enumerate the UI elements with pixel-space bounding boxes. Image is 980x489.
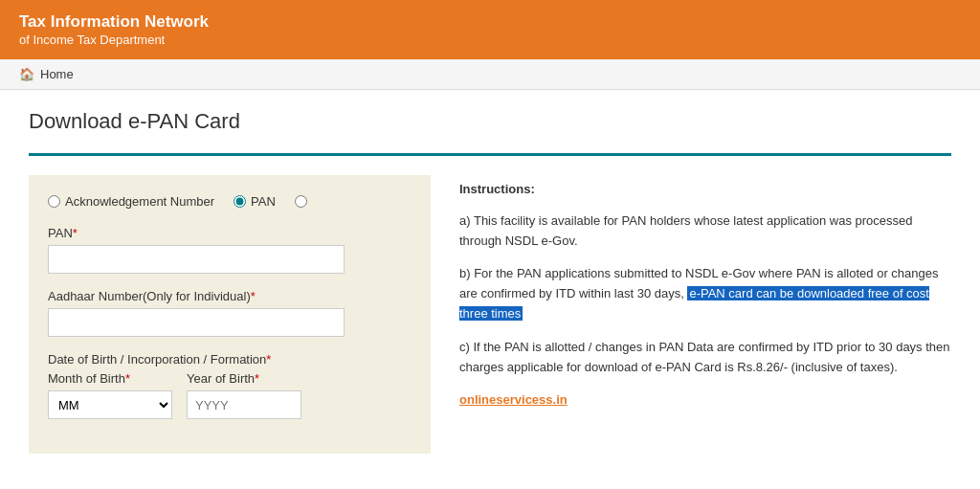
form-panel: Acknowledgement Number PAN PAN* — [29, 175, 431, 454]
external-link-container: onlineservicess.in — [459, 390, 951, 411]
dob-row: Month of Birth* MM 01 - January 02 - Feb… — [48, 371, 412, 419]
navbar: 🏠 Home — [0, 59, 980, 90]
content-layout: Acknowledgement Number PAN PAN* — [29, 175, 951, 454]
dob-section: Date of Birth / Incorporation / Formatio… — [48, 352, 412, 419]
month-field: Month of Birth* MM 01 - January 02 - Feb… — [48, 371, 172, 419]
page-title: Download e-PAN Card — [29, 109, 951, 134]
aadhaar-field-group: Aadhaar Number(Only for Individual)* — [48, 289, 412, 337]
aadhaar-input[interactable] — [48, 308, 345, 337]
year-input[interactable] — [187, 390, 301, 419]
pan-input[interactable] — [48, 245, 345, 274]
site-title-line1: Tax Information Network — [19, 11, 209, 33]
instructions-panel: Instructions: a) This facility is availa… — [459, 175, 951, 454]
instruction-b: b) For the PAN applications submitted to… — [459, 264, 951, 323]
pan-field-group: PAN* — [48, 226, 412, 274]
radio-acknowledgement-label: Acknowledgement Number — [65, 194, 214, 209]
external-link[interactable]: onlineservicess.in — [459, 392, 568, 407]
month-select[interactable]: MM 01 - January 02 - February 03 - March… — [48, 390, 172, 419]
dob-section-label: Date of Birth / Incorporation / Formatio… — [48, 352, 412, 367]
site-header: Tax Information Network of Income Tax De… — [0, 0, 980, 59]
year-field: Year of Birth* — [187, 371, 301, 419]
month-label: Month of Birth* — [48, 371, 172, 386]
radio-option-acknowledgement[interactable]: Acknowledgement Number — [48, 194, 214, 209]
radio-acknowledgement[interactable] — [48, 195, 60, 208]
instructions-title: Instructions: — [459, 180, 951, 200]
site-title-line2: of Income Tax Department — [19, 33, 209, 49]
pan-label: PAN* — [48, 226, 412, 240]
radio-option-extra[interactable] — [295, 195, 307, 208]
aadhaar-label: Aadhaar Number(Only for Individual)* — [48, 289, 412, 303]
radio-pan-label: PAN — [251, 194, 276, 209]
radio-group: Acknowledgement Number PAN — [48, 194, 412, 209]
year-label: Year of Birth* — [187, 371, 301, 386]
radio-extra[interactable] — [295, 195, 307, 208]
main-content: Download e-PAN Card Acknowledgement Numb… — [0, 90, 980, 473]
section-divider — [29, 153, 951, 156]
home-link[interactable]: Home — [40, 67, 74, 81]
radio-pan[interactable] — [234, 195, 246, 208]
instruction-c: c) If the PAN is allotted / changes in P… — [459, 338, 951, 378]
radio-option-pan[interactable]: PAN — [234, 194, 276, 209]
site-title: Tax Information Network of Income Tax De… — [19, 11, 209, 49]
instruction-a: a) This facility is available for PAN ho… — [459, 211, 951, 252]
home-icon: 🏠 — [19, 67, 34, 81]
